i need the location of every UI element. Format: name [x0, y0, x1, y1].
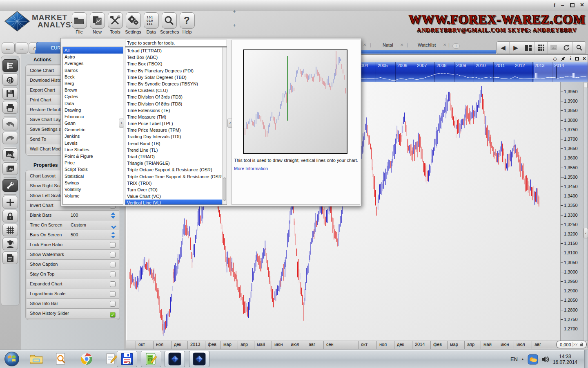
category-item[interactable]: Point & Figure: [63, 153, 123, 159]
redo-icon[interactable]: [2, 132, 18, 144]
category-item[interactable]: Statistical: [63, 173, 123, 180]
tab-watchlist-close-icon[interactable]: ✕: [443, 43, 446, 47]
tool-item[interactable]: Text Box (ABC): [125, 54, 227, 61]
category-item[interactable]: Levels: [63, 140, 123, 146]
checkbox[interactable]: [110, 252, 116, 258]
tool-item[interactable]: TRIX (TRIX): [125, 180, 227, 186]
minimize-button[interactable]: –: [561, 2, 564, 8]
property-bars-on-screen[interactable]: Bars On Screen500: [27, 230, 119, 240]
toolbar-button-data[interactable]: 101010111Data: [142, 12, 160, 34]
category-item[interactable]: Geometric: [63, 126, 123, 133]
tool-item[interactable]: Time Price Label (TPL): [125, 120, 227, 127]
language-indicator[interactable]: EN: [510, 356, 518, 362]
layout-panes-icon[interactable]: [522, 42, 535, 54]
category-item[interactable]: Volatility: [63, 186, 123, 193]
toolbar-button-new[interactable]: New: [88, 12, 106, 34]
tool-item[interactable]: Time Clusters (CLU): [125, 87, 227, 94]
category-item[interactable]: Berg: [63, 80, 123, 87]
tool-item[interactable]: Trend Band (TB): [125, 140, 227, 147]
category-item[interactable]: All: [63, 47, 123, 54]
collapse-categories-icon[interactable]: ›: [119, 119, 124, 128]
category-item[interactable]: Volume: [63, 193, 123, 199]
tool-item[interactable]: Value Chart (VC): [125, 193, 227, 200]
dropdown-chevron-icon[interactable]: [111, 224, 116, 229]
tab-natal[interactable]: Natal: [383, 43, 393, 47]
search-document-icon[interactable]: [54, 352, 68, 366]
search-icon[interactable]: [573, 42, 586, 54]
category-list[interactable]: AllAstroAveragesBarrosBeckBergBrownCycle…: [62, 47, 123, 205]
property-expanded-chart[interactable]: Expanded Chart: [27, 279, 119, 289]
undo-icon[interactable]: [2, 118, 18, 130]
properties-wrench-icon[interactable]: [2, 179, 18, 192]
copy-image-icon[interactable]: [2, 162, 18, 175]
category-item[interactable]: Brown: [63, 87, 123, 93]
category-item[interactable]: Barros: [63, 67, 123, 74]
history-slider-handle[interactable]: [535, 73, 538, 78]
tool-item[interactable]: Time By Solar Degrees (TBD): [125, 74, 227, 81]
category-item[interactable]: Line Studies: [63, 146, 123, 153]
property-show-history-slider[interactable]: Show History Slider✓: [27, 309, 119, 319]
taskbar-app-floppy[interactable]: -64: [117, 351, 137, 367]
training-icon[interactable]: [2, 238, 18, 250]
hidden-tab-close-icon[interactable]: ✕: [363, 43, 366, 47]
property-control[interactable]: ✓: [110, 310, 116, 320]
tool-list-scrollbar[interactable]: [222, 47, 227, 204]
price-axis[interactable]: 1,39501,39001,38501,38001,37501,37001,36…: [560, 82, 583, 341]
category-item[interactable]: Jenkins: [63, 133, 123, 139]
notes-icon[interactable]: [2, 251, 18, 264]
property-logarithmic-scale[interactable]: Logarithmic Scale: [27, 289, 119, 299]
more-information-link[interactable]: More Information: [234, 166, 268, 171]
checkbox[interactable]: [110, 272, 116, 277]
tool-item[interactable]: Turn Over (TO): [125, 186, 227, 193]
tool-item[interactable]: Time Price Measure (TPM): [125, 127, 227, 133]
tool-item[interactable]: Vertical Line (VL): [125, 200, 227, 205]
collapse-panel-icon[interactable]: ‹: [584, 228, 588, 238]
volume-icon[interactable]: [541, 356, 550, 363]
chrome-icon[interactable]: [80, 352, 94, 366]
checkbox[interactable]: [110, 301, 116, 307]
date-axis[interactable]: октноядек2013февмарапрмайиюниюлавгсенокт…: [126, 341, 588, 348]
category-item[interactable]: Drawing: [63, 107, 123, 113]
category-item[interactable]: Beck: [63, 74, 123, 80]
show-desktop-button[interactable]: [584, 350, 588, 368]
lock-icon[interactable]: [2, 210, 18, 222]
property-blank-bars[interactable]: Blank Bars100: [27, 211, 119, 220]
close-button[interactable]: ×: [580, 2, 584, 8]
tool-item[interactable]: Trend Line (TL): [125, 147, 227, 153]
scrollbar-thumb[interactable]: [223, 177, 226, 201]
history-selection[interactable]: [535, 62, 588, 82]
tool-item[interactable]: Trading Day Intervals (TDI): [125, 133, 227, 140]
tool-item[interactable]: Time Division Of 8ths (TD8): [125, 101, 227, 107]
category-item[interactable]: Cycles: [63, 93, 123, 100]
forward-button[interactable]: →: [15, 43, 28, 54]
scroll-tabs-left-icon[interactable]: ◀: [497, 42, 510, 54]
checkbox[interactable]: [110, 242, 116, 248]
category-item[interactable]: Data: [63, 100, 123, 107]
spinner-control[interactable]: [111, 232, 116, 238]
property-show-caption[interactable]: Show Caption: [27, 260, 119, 269]
toolbar-button-file[interactable]: File: [70, 12, 88, 34]
tab-natal-close-icon[interactable]: ✕: [400, 43, 403, 47]
tool-item[interactable]: Tetrad (TETRAD): [125, 47, 227, 54]
new-tab-button[interactable]: +: [452, 43, 460, 49]
property-time-on-screen[interactable]: Time On ScreenCustom: [27, 220, 119, 230]
category-item[interactable]: Fibonacci: [63, 113, 123, 120]
xy-readout[interactable]: 0,000 XY: [556, 341, 587, 348]
crosshair-icon[interactable]: [2, 196, 18, 209]
property-stay-on-top[interactable]: Stay On Top: [27, 269, 119, 279]
chart-maximize-icon[interactable]: [575, 57, 579, 61]
tool-item[interactable]: Time Box (TBOX): [125, 61, 227, 67]
tool-item[interactable]: Time By Synodic Degrees (TBSYN): [125, 81, 227, 87]
notepad-icon[interactable]: [105, 352, 118, 366]
info-icon[interactable]: i: [554, 2, 555, 8]
diamond-icon[interactable]: ◇: [553, 56, 557, 62]
property-lock-price-ratio[interactable]: Lock Price Ratio: [27, 240, 119, 250]
tool-search-input[interactable]: Type to search for tools.: [125, 40, 227, 47]
maximize-button[interactable]: [570, 3, 575, 7]
history-slider-handle[interactable]: [572, 73, 575, 78]
chart-actions-icon[interactable]: [2, 59, 18, 72]
tab-watchlist[interactable]: Watchlist: [418, 43, 436, 47]
pin-icon[interactable]: [561, 56, 566, 61]
refresh-icon[interactable]: [560, 42, 573, 54]
scroll-tabs-right-icon[interactable]: ▶: [510, 42, 522, 54]
